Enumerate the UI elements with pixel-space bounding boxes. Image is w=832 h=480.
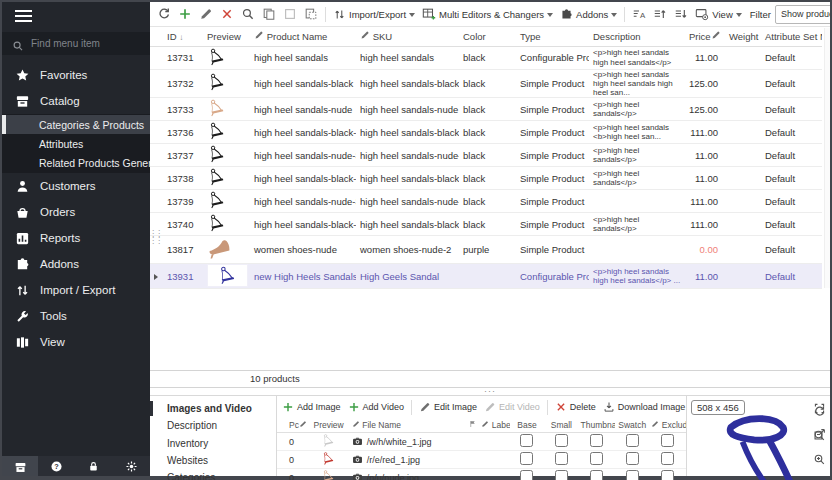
cell-id[interactable]: 13733 xyxy=(163,98,203,121)
cell-description[interactable]: <p>high heel sandals high heel sandals</… xyxy=(589,46,685,69)
cell-sku[interactable]: high heel sandals-nude-36 xyxy=(356,144,459,167)
cell-color[interactable]: purple xyxy=(459,236,516,264)
cell-type[interactable]: Configurable Product xyxy=(516,264,589,289)
product-row[interactable]: 13740 high heel sandals-black-38 high he… xyxy=(150,213,822,236)
cell-weight[interactable] xyxy=(725,236,761,264)
exclude-checkbox[interactable] xyxy=(661,452,674,465)
cell-sku[interactable]: high heel sandals-black-37 xyxy=(356,167,459,190)
sidebar-item-orders[interactable]: Orders xyxy=(2,199,150,225)
cell-color[interactable]: black xyxy=(459,190,516,213)
menu-toggle-button[interactable] xyxy=(2,2,150,30)
column-header-weight[interactable]: Weight xyxy=(725,27,761,46)
move-down-button[interactable] xyxy=(671,5,691,23)
sidebar-item-view[interactable]: View xyxy=(2,329,150,355)
sidebar-item-catalog[interactable]: Catalog xyxy=(2,88,150,114)
column-header-type[interactable]: Type xyxy=(516,27,589,46)
rotate-icon[interactable] xyxy=(813,404,826,422)
cell-sku[interactable]: high heel sandals-black-38 xyxy=(356,213,459,236)
product-row-selected[interactable]: 13931 new High Heels Sandals High Geels … xyxy=(150,264,822,289)
swatch-checkbox[interactable] xyxy=(626,434,639,447)
cell-color[interactable]: black xyxy=(459,69,516,98)
column-header-preview[interactable]: Preview xyxy=(203,27,250,46)
addons-button[interactable]: Addons xyxy=(557,6,620,23)
horizontal-splitter[interactable]: ··· xyxy=(150,388,830,395)
cell-attribute-set[interactable]: Default xyxy=(761,121,822,144)
column-header-exclude[interactable]: Exclude xyxy=(649,419,686,433)
settings-button[interactable] xyxy=(113,456,150,476)
download-image-button[interactable]: Download Image xyxy=(600,399,686,415)
cell-name[interactable]: high heel sandals-black xyxy=(250,69,356,98)
cell-name[interactable]: women shoes-nude xyxy=(250,236,356,264)
sidebar-item-customers[interactable]: Customers xyxy=(2,173,150,199)
thumbnail-checkbox[interactable] xyxy=(590,434,603,447)
cell-attribute-set[interactable]: Default xyxy=(761,98,822,121)
cell-base[interactable] xyxy=(510,451,544,469)
paste-special-button[interactable] xyxy=(301,5,321,23)
sidebar-item-related-products-generator[interactable]: Related Products Generator xyxy=(2,153,150,172)
sidebar-item-import-export[interactable]: Import / Export xyxy=(2,277,150,303)
cell-weight[interactable] xyxy=(725,121,761,144)
cell-file-name[interactable]: /w/h/white_1.jpg xyxy=(350,433,467,451)
image-row[interactable]: 0 /n/u/nude.jpg xyxy=(277,469,686,480)
delete-image-button[interactable]: Delete xyxy=(552,399,599,415)
column-header-description[interactable]: Description xyxy=(589,27,685,46)
delete-product-button[interactable] xyxy=(217,5,237,23)
add-product-button[interactable] xyxy=(175,5,195,23)
zoom-out-icon[interactable] xyxy=(813,428,826,446)
cell-attribute-set[interactable]: Default xyxy=(761,144,822,167)
column-header-sku[interactable]: SKU xyxy=(356,27,459,46)
column-header-position[interactable]: Pc xyxy=(287,419,307,433)
cell-sku[interactable]: High Geels Sandal xyxy=(356,264,459,289)
cell-file-name[interactable]: /n/u/nude.jpg xyxy=(350,469,467,480)
cell-attribute-set[interactable]: Default xyxy=(761,264,822,289)
cell-color[interactable]: black xyxy=(459,144,516,167)
base-checkbox[interactable] xyxy=(520,434,533,447)
cell-id[interactable]: 13740 xyxy=(163,213,203,236)
cell-preview[interactable] xyxy=(203,213,250,236)
cell-sku[interactable]: high heel sandals xyxy=(356,46,459,69)
copy-button[interactable] xyxy=(259,5,279,23)
cell-name[interactable]: new High Heels Sandals xyxy=(250,264,356,289)
cell-weight[interactable] xyxy=(725,98,761,121)
cell-weight[interactable] xyxy=(725,46,761,69)
cell-description[interactable]: <p>high heel sandals</p> xyxy=(589,213,685,236)
cell-attribute-set[interactable]: Default xyxy=(761,167,822,190)
cell-preview[interactable] xyxy=(203,46,250,69)
product-row[interactable]: 13732 high heel sandals-black high heel … xyxy=(150,69,822,98)
cell-description[interactable] xyxy=(589,236,685,264)
cell-sku[interactable]: women shoes-nude-2 xyxy=(356,236,459,264)
edit-video-button[interactable]: Edit Video xyxy=(481,399,543,415)
cell-exclude[interactable] xyxy=(649,433,686,451)
cell-attribute-set[interactable]: Default xyxy=(761,236,822,264)
cell-exclude[interactable] xyxy=(649,469,686,480)
small-checkbox[interactable] xyxy=(555,434,568,447)
cell-price[interactable]: 111.00 xyxy=(685,213,725,236)
add-video-button[interactable]: Add Video xyxy=(345,399,407,415)
cell-thumbnail[interactable] xyxy=(579,433,615,451)
column-header-base[interactable]: Base xyxy=(510,419,544,433)
cell-color[interactable]: black xyxy=(459,98,516,121)
image-row[interactable]: 0 /r/e/red_1.jpg xyxy=(277,451,686,469)
cell-image-preview[interactable] xyxy=(307,433,350,451)
menu-search-input[interactable] xyxy=(31,38,131,49)
cell-id[interactable]: 13736 xyxy=(163,121,203,144)
cell-flag[interactable] xyxy=(467,433,479,451)
cell-attribute-set[interactable]: Default xyxy=(761,46,822,69)
cell-type[interactable]: Simple Product xyxy=(516,190,589,213)
cell-color[interactable] xyxy=(459,264,516,289)
help-button[interactable]: ? xyxy=(38,456,75,476)
column-header-swatch[interactable]: Swatch xyxy=(615,419,649,433)
product-row[interactable]: 13737 high heel sandals-nude-36 high hee… xyxy=(150,144,822,167)
cell-sku[interactable]: high heel sandals-nude xyxy=(356,98,459,121)
cell-thumbnail[interactable] xyxy=(579,451,615,469)
tab-inventory[interactable]: Inventory xyxy=(150,434,276,451)
image-row[interactable]: 0 /w/h/white_1.jpg xyxy=(277,433,686,451)
cell-base[interactable] xyxy=(510,469,544,480)
sidebar-item-addons[interactable]: Addons xyxy=(2,251,150,277)
sidebar-item-reports[interactable]: Reports xyxy=(2,225,150,251)
move-up-button[interactable] xyxy=(650,5,670,23)
column-header-file-name[interactable]: File Name xyxy=(350,419,467,433)
cell-label[interactable] xyxy=(479,469,509,480)
cell-sku[interactable]: high heel sandals-black xyxy=(356,69,459,98)
multi-editors-button[interactable]: Multi Editors & Changers xyxy=(419,5,556,23)
